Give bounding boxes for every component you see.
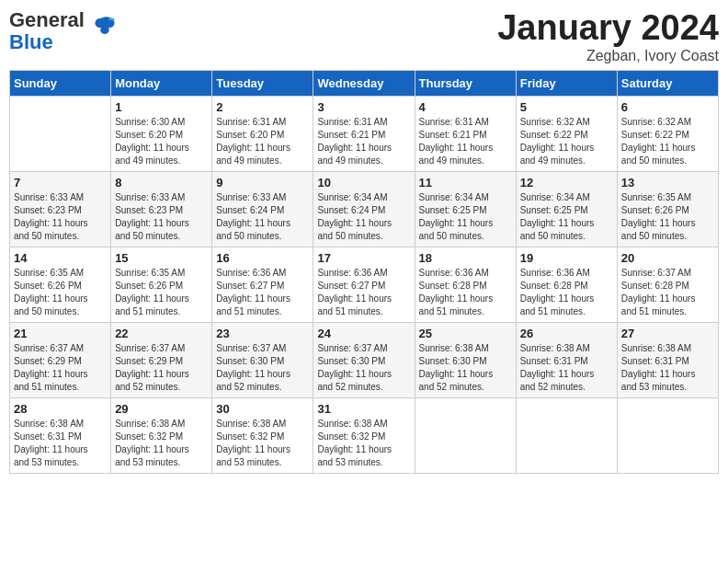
day-number: 14 (14, 251, 107, 265)
day-number: 20 (621, 251, 714, 265)
day-number: 24 (317, 327, 410, 340)
day-info: Sunrise: 6:38 AM Sunset: 6:31 PM Dayligh… (520, 342, 613, 394)
calendar-week-row: 21Sunrise: 6:37 AM Sunset: 6:29 PM Dayli… (10, 322, 719, 397)
day-info: Sunrise: 6:38 AM Sunset: 6:31 PM Dayligh… (621, 342, 714, 394)
month-title: January 2024 (497, 9, 719, 48)
day-info: Sunrise: 6:37 AM Sunset: 6:29 PM Dayligh… (14, 342, 107, 394)
table-row: 1Sunrise: 6:30 AM Sunset: 6:20 PM Daylig… (111, 96, 212, 171)
table-row (617, 397, 718, 473)
day-number: 21 (14, 327, 107, 340)
table-row: 4Sunrise: 6:31 AM Sunset: 6:21 PM Daylig… (415, 96, 516, 171)
day-info: Sunrise: 6:34 AM Sunset: 6:25 PM Dayligh… (520, 191, 613, 243)
table-row: 23Sunrise: 6:37 AM Sunset: 6:30 PM Dayli… (212, 322, 313, 397)
day-info: Sunrise: 6:38 AM Sunset: 6:32 PM Dayligh… (317, 418, 410, 469)
day-number: 31 (317, 402, 410, 416)
day-number: 7 (14, 176, 107, 190)
day-number: 30 (216, 402, 309, 416)
table-row: 31Sunrise: 6:38 AM Sunset: 6:32 PM Dayli… (313, 397, 415, 473)
day-number: 8 (115, 176, 208, 190)
day-number: 9 (216, 176, 309, 190)
table-row: 14Sunrise: 6:35 AM Sunset: 6:26 PM Dayli… (10, 247, 111, 322)
day-number: 28 (14, 402, 107, 416)
day-info: Sunrise: 6:31 AM Sunset: 6:21 PM Dayligh… (419, 116, 512, 167)
day-number: 1 (115, 100, 208, 114)
day-info: Sunrise: 6:37 AM Sunset: 6:29 PM Dayligh… (115, 342, 208, 394)
col-sunday: Sunday (10, 70, 111, 96)
calendar-week-row: 14Sunrise: 6:35 AM Sunset: 6:26 PM Dayli… (10, 247, 719, 322)
table-row (516, 397, 617, 473)
calendar-week-row: 7Sunrise: 6:33 AM Sunset: 6:23 PM Daylig… (10, 171, 719, 247)
calendar-table: Sunday Monday Tuesday Wednesday Thursday… (9, 70, 719, 474)
logo-area: General Blue (9, 9, 116, 53)
title-area: January 2024 Zegban, Ivory Coast (497, 9, 719, 64)
day-info: Sunrise: 6:33 AM Sunset: 6:23 PM Dayligh… (115, 191, 208, 243)
day-number: 18 (419, 251, 512, 265)
day-number: 16 (216, 251, 309, 265)
day-number: 3 (317, 100, 410, 114)
day-info: Sunrise: 6:31 AM Sunset: 6:21 PM Dayligh… (317, 116, 410, 167)
table-row (10, 96, 111, 171)
day-number: 6 (621, 100, 714, 114)
day-number: 26 (520, 327, 613, 340)
location-subtitle: Zegban, Ivory Coast (497, 48, 719, 64)
table-row: 20Sunrise: 6:37 AM Sunset: 6:28 PM Dayli… (617, 247, 718, 322)
day-info: Sunrise: 6:38 AM Sunset: 6:30 PM Dayligh… (419, 342, 512, 394)
table-row: 29Sunrise: 6:38 AM Sunset: 6:32 PM Dayli… (111, 397, 212, 473)
col-saturday: Saturday (617, 70, 718, 96)
calendar-week-row: 28Sunrise: 6:38 AM Sunset: 6:31 PM Dayli… (10, 397, 719, 473)
day-info: Sunrise: 6:34 AM Sunset: 6:25 PM Dayligh… (419, 191, 512, 243)
day-info: Sunrise: 6:36 AM Sunset: 6:28 PM Dayligh… (419, 267, 512, 318)
col-tuesday: Tuesday (212, 70, 313, 96)
day-info: Sunrise: 6:36 AM Sunset: 6:28 PM Dayligh… (520, 267, 613, 318)
logo-bird-icon (90, 14, 116, 40)
table-row: 28Sunrise: 6:38 AM Sunset: 6:31 PM Dayli… (10, 397, 111, 473)
table-row: 15Sunrise: 6:35 AM Sunset: 6:26 PM Dayli… (111, 247, 212, 322)
day-number: 10 (317, 176, 410, 190)
day-info: Sunrise: 6:35 AM Sunset: 6:26 PM Dayligh… (621, 191, 714, 243)
day-info: Sunrise: 6:38 AM Sunset: 6:31 PM Dayligh… (14, 418, 107, 469)
calendar-header-row: Sunday Monday Tuesday Wednesday Thursday… (10, 70, 719, 96)
table-row: 7Sunrise: 6:33 AM Sunset: 6:23 PM Daylig… (10, 171, 111, 247)
table-row: 12Sunrise: 6:34 AM Sunset: 6:25 PM Dayli… (516, 171, 617, 247)
col-monday: Monday (111, 70, 212, 96)
day-number: 23 (216, 327, 309, 340)
day-number: 22 (115, 327, 208, 340)
day-number: 5 (520, 100, 613, 114)
day-info: Sunrise: 6:32 AM Sunset: 6:22 PM Dayligh… (621, 116, 714, 167)
day-number: 12 (520, 176, 613, 190)
logo-general: General (9, 8, 85, 31)
day-number: 29 (115, 402, 208, 416)
day-info: Sunrise: 6:36 AM Sunset: 6:27 PM Dayligh… (317, 267, 410, 318)
table-row: 5Sunrise: 6:32 AM Sunset: 6:22 PM Daylig… (516, 96, 617, 171)
col-wednesday: Wednesday (313, 70, 415, 96)
table-row: 25Sunrise: 6:38 AM Sunset: 6:30 PM Dayli… (415, 322, 516, 397)
day-info: Sunrise: 6:38 AM Sunset: 6:32 PM Dayligh… (216, 418, 309, 469)
table-row: 16Sunrise: 6:36 AM Sunset: 6:27 PM Dayli… (212, 247, 313, 322)
day-number: 25 (419, 327, 512, 340)
table-row: 11Sunrise: 6:34 AM Sunset: 6:25 PM Dayli… (415, 171, 516, 247)
day-number: 11 (419, 176, 512, 190)
day-number: 2 (216, 100, 309, 114)
table-row: 18Sunrise: 6:36 AM Sunset: 6:28 PM Dayli… (415, 247, 516, 322)
day-info: Sunrise: 6:30 AM Sunset: 6:20 PM Dayligh… (115, 116, 208, 167)
logo-blue: Blue (9, 30, 53, 53)
day-info: Sunrise: 6:37 AM Sunset: 6:30 PM Dayligh… (317, 342, 410, 394)
day-number: 13 (621, 176, 714, 190)
table-row: 26Sunrise: 6:38 AM Sunset: 6:31 PM Dayli… (516, 322, 617, 397)
day-info: Sunrise: 6:33 AM Sunset: 6:24 PM Dayligh… (216, 191, 309, 243)
table-row: 30Sunrise: 6:38 AM Sunset: 6:32 PM Dayli… (212, 397, 313, 473)
day-number: 27 (621, 327, 714, 340)
day-info: Sunrise: 6:38 AM Sunset: 6:32 PM Dayligh… (115, 418, 208, 469)
table-row: 27Sunrise: 6:38 AM Sunset: 6:31 PM Dayli… (617, 322, 718, 397)
day-number: 15 (115, 251, 208, 265)
day-number: 17 (317, 251, 410, 265)
table-row: 19Sunrise: 6:36 AM Sunset: 6:28 PM Dayli… (516, 247, 617, 322)
table-row: 10Sunrise: 6:34 AM Sunset: 6:24 PM Dayli… (313, 171, 415, 247)
table-row: 9Sunrise: 6:33 AM Sunset: 6:24 PM Daylig… (212, 171, 313, 247)
table-row: 21Sunrise: 6:37 AM Sunset: 6:29 PM Dayli… (10, 322, 111, 397)
calendar-week-row: 1Sunrise: 6:30 AM Sunset: 6:20 PM Daylig… (10, 96, 719, 171)
table-row: 8Sunrise: 6:33 AM Sunset: 6:23 PM Daylig… (111, 171, 212, 247)
day-info: Sunrise: 6:35 AM Sunset: 6:26 PM Dayligh… (115, 267, 208, 318)
table-row: 3Sunrise: 6:31 AM Sunset: 6:21 PM Daylig… (313, 96, 415, 171)
col-thursday: Thursday (415, 70, 516, 96)
